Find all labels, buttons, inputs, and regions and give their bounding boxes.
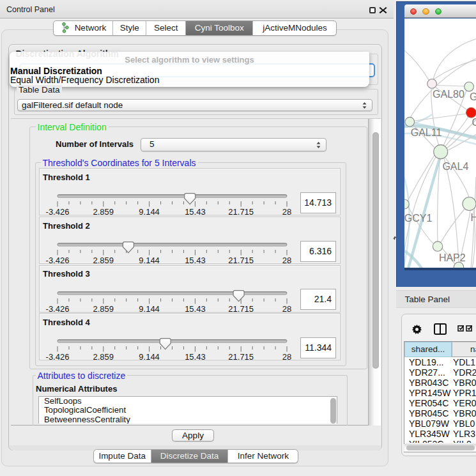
svg-text:GAL80: GAL80 — [433, 89, 464, 100]
svg-text:2.859: 2.859 — [93, 352, 114, 361]
svg-text:21.715: 21.715 — [228, 303, 254, 312]
svg-text:2.859: 2.859 — [93, 207, 114, 216]
svg-text:15.43: 15.43 — [185, 352, 206, 361]
svg-text:28: 28 — [282, 303, 291, 312]
svg-text:21.715: 21.715 — [228, 207, 254, 216]
svg-text:GCY1: GCY1 — [404, 213, 432, 224]
svg-text:GAL: GAL — [469, 91, 476, 102]
svg-text:21.715: 21.715 — [228, 256, 254, 265]
svg-text:2.859: 2.859 — [93, 256, 114, 265]
svg-text:CC: CC — [472, 117, 476, 128]
svg-text:-3.426: -3.426 — [46, 352, 70, 361]
svg-text:-3.426: -3.426 — [46, 303, 70, 312]
svg-text:GAL4: GAL4 — [442, 160, 468, 171]
svg-text:2.859: 2.859 — [93, 303, 114, 312]
svg-text:H: H — [470, 211, 476, 222]
svg-text:HAP2: HAP2 — [438, 252, 465, 263]
svg-text:9.144: 9.144 — [139, 207, 160, 216]
svg-text:15.43: 15.43 — [185, 256, 206, 265]
svg-text:GAL11: GAL11 — [410, 127, 441, 137]
svg-text:9.144: 9.144 — [139, 352, 160, 361]
svg-text:21.715: 21.715 — [228, 352, 254, 361]
svg-text:9.144: 9.144 — [139, 303, 160, 312]
svg-text:15.43: 15.43 — [185, 207, 206, 216]
svg-text:28: 28 — [282, 207, 291, 216]
svg-text:-3.426: -3.426 — [46, 256, 70, 265]
svg-text:-3.426: -3.426 — [46, 207, 70, 216]
svg-text:28: 28 — [282, 352, 291, 361]
svg-text:9.144: 9.144 — [139, 256, 160, 265]
svg-text:28: 28 — [282, 256, 291, 265]
svg-text:15.43: 15.43 — [185, 303, 206, 312]
